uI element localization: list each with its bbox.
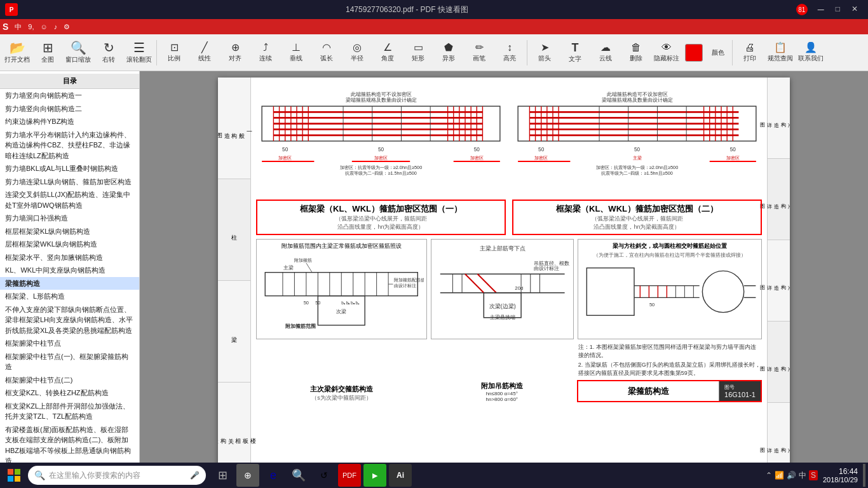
pinned-app-5[interactable]: ▶ xyxy=(363,464,386,487)
radius-button[interactable]: ◎ 半径 xyxy=(342,36,372,69)
arrow-button[interactable]: ➤ 箭头 xyxy=(530,36,559,69)
tray-icon-network[interactable]: 📶 xyxy=(775,471,784,480)
show-desktop-button[interactable] xyxy=(863,464,865,487)
svg-text:50: 50 xyxy=(378,147,384,152)
highlight-icon: ↕ xyxy=(507,43,512,53)
diagram-subtitle2: （弧形梁沿梁中心线展开，箍筋间距 沿凸面线量度，hn为梁截面高度） xyxy=(520,215,754,231)
print-button[interactable]: 🖨 打印 xyxy=(735,36,764,69)
taskbar-search-box[interactable]: 🔍 在这里输入你要搜索的内容 🎤 xyxy=(28,466,206,485)
toc-item[interactable]: 约束边缘构件YBZ构造 xyxy=(0,115,139,128)
toc-item[interactable]: 剪力墙水平分布钢筋计入约束边缘构件、构造边缘构件CBZ、扶壁柱FBZ、非边缘暗柱… xyxy=(0,128,139,163)
pinned-app-4[interactable]: PDF xyxy=(338,464,361,487)
shape-button[interactable]: ⬟ 异形 xyxy=(434,36,463,69)
open-doc-button[interactable]: 📂 打开文档 xyxy=(3,36,32,69)
svg-text:20d: 20d xyxy=(515,285,523,291)
taskview-button[interactable]: ⊞ xyxy=(211,464,234,487)
winzoom-button[interactable]: 🔍 窗口缩放 xyxy=(64,36,93,69)
toc-item[interactable]: 框架梁水平、竖向加腋钢筋构造 xyxy=(0,251,139,264)
color-label-btn[interactable]: 颜色 xyxy=(707,36,729,69)
sougou-btn-9[interactable]: 9, xyxy=(25,22,36,31)
svg-text:b₁ b₂ b₃ b₄: b₁ b₂ b₃ b₄ xyxy=(341,301,360,305)
sougou-btn-mic[interactable]: ♪ xyxy=(51,22,60,31)
open-icon: 📂 xyxy=(10,41,25,54)
toc-item[interactable]: 框支梁KZL上部部件开洞部位加强做法、托并支梁TZL、TZL配筋构造 xyxy=(0,400,139,423)
close-button[interactable]: ✕ xyxy=(846,3,863,16)
toc-item[interactable]: 剪力墙连梁LL纵向钢筋、箍筋加密区构造 xyxy=(0,175,139,189)
pinned-app-ie[interactable]: e xyxy=(262,464,285,487)
align-button[interactable]: ⊕ 对齐 xyxy=(220,36,250,69)
svg-text:此端箍筋构造可不设加密区: 此端箍筋构造可不设加密区 xyxy=(607,92,668,97)
start-button[interactable] xyxy=(3,464,25,487)
toc-item[interactable]: 框架腑梁中柱节点 xyxy=(0,337,139,350)
svg-text:加密区: 加密区 xyxy=(470,155,484,161)
right-label-4: 标准构造详图 xyxy=(768,322,790,403)
rect-icon: ▭ xyxy=(414,43,423,53)
pinned-search[interactable]: 🔍 xyxy=(287,464,310,487)
contact-button[interactable]: 👤 联系我们 xyxy=(796,36,825,69)
toc-item[interactable]: 框架腑梁中柱节点(一)、框架腑梁箍筋构造 xyxy=(0,350,139,374)
svg-text:加密区: 加密区 xyxy=(278,155,292,161)
toc-sidebar[interactable]: 目录 剪力墙竖向向钢筋构造一 剪力墙竖向向钢筋构造二 约束边缘构件YBZ构造 剪… xyxy=(0,71,140,478)
maximize-button[interactable]: □ xyxy=(831,3,845,16)
toc-item[interactable]: 层框框架梁WKL纵向钢筋构造 xyxy=(0,238,139,251)
toc-item[interactable]: KL、WKL中间支座纵向钢筋构造 xyxy=(0,264,139,277)
toc-title: 目录 xyxy=(0,74,139,89)
sougou-btn-zhong[interactable]: 中 xyxy=(12,22,24,32)
toc-item[interactable]: 剪力墙洞口补强构造 xyxy=(0,212,139,225)
toc-item[interactable]: 剪力墙BKL或AL与LL重叠时钢筋构造 xyxy=(0,162,139,175)
svg-text:吊筋直径、根数: 吊筋直径、根数 xyxy=(533,261,569,266)
ratio-button[interactable]: ⊡ 比例 xyxy=(159,36,189,69)
sougou-btn-tools[interactable]: ⚙ xyxy=(61,22,72,32)
svg-text:此端箍筋构造可不设加密区: 此端箍筋构造可不设加密区 xyxy=(351,92,412,97)
pinned-app-1[interactable]: ⊕ xyxy=(236,464,259,487)
tray-ime[interactable]: S xyxy=(809,470,818,480)
pinned-app-ai[interactable]: Ai xyxy=(389,464,412,487)
delete-button[interactable]: 🗑 删除 xyxy=(621,36,651,69)
sougou-btn-smile[interactable]: ☺ xyxy=(38,22,50,31)
toc-item[interactable]: 框架梁、L形筋构造 xyxy=(0,290,139,303)
highlight-button[interactable]: ↕ 高亮 xyxy=(495,36,524,69)
fullscreen-button[interactable]: ⊞ 全图 xyxy=(33,36,62,69)
toc-item[interactable]: 连梁交叉斜筋LL(JX)配筋构造、连梁集中处T室外墙DWQ钢筋构造 xyxy=(0,188,139,212)
plumb-button[interactable]: ⊥ 垂线 xyxy=(281,36,311,69)
angle-button[interactable]: ∠ 角度 xyxy=(373,36,402,69)
toc-item[interactable]: 剪力墙竖向向钢筋构造一 xyxy=(0,89,139,102)
pinned-app-3[interactable]: ↺ xyxy=(313,464,336,487)
arrow-icon: ➤ xyxy=(541,43,549,53)
beam-col-note: （为便于施工，宜在柱内向箍筋在柱边可用两个半套箍搭接或焊接） xyxy=(581,252,759,259)
toc-item[interactable]: 梁箍筋构造 xyxy=(0,277,139,290)
minimize-button[interactable]: ─ xyxy=(813,3,829,16)
tray-icon-volume[interactable]: 🔊 xyxy=(787,471,796,480)
arc-button[interactable]: ◠ 弧长 xyxy=(312,36,341,69)
svg-text:加密区: 加密区 xyxy=(534,155,548,161)
toc-item[interactable]: 框支梁KZL、转换柱ZHZ配筋构造 xyxy=(0,386,139,400)
connect-button[interactable]: ⤴ 连续 xyxy=(251,36,280,69)
toc-item[interactable]: 不伸入支座的梁下部纵向钢筋断点位置、梁非框架梁LH向支座纵向钢筋构造、水平折线筋… xyxy=(0,303,139,337)
draw-button[interactable]: ✏ 画笔 xyxy=(465,36,494,69)
toc-item[interactable]: 框架腑梁中柱节点(二) xyxy=(0,374,139,387)
scroll-button[interactable]: ☰ 滚轮翻页 xyxy=(125,36,154,69)
color-swatch[interactable] xyxy=(685,44,703,62)
toc-item[interactable]: 剪力墙竖向向钢筋构造二 xyxy=(0,102,139,116)
cloud-button[interactable]: ☁ 云线 xyxy=(591,36,620,69)
hide-button[interactable]: 👁 隐藏标注 xyxy=(652,36,681,69)
toc-item[interactable]: 有梁楼盖板(屋)面板配筋构造、板在湿部支板在端部支座的钢筋构造(二)、板附加HB… xyxy=(0,423,139,468)
tray-icon-1[interactable]: ⌃ xyxy=(766,471,772,480)
text-button[interactable]: T 文字 xyxy=(560,36,590,69)
rect-button[interactable]: ▭ 矩形 xyxy=(403,36,433,69)
taskbar-right: ⌃ 📶 🔊 中 S 16:44 2018/10/29 xyxy=(766,464,865,487)
svg-text:附加箍筋配筋值: 附加箍筋配筋值 xyxy=(394,277,423,283)
rotate-button[interactable]: ↻ 右转 xyxy=(94,36,123,69)
toc-item[interactable]: 框层框架梁KL纵向钢筋构造 xyxy=(0,225,139,238)
system-clock[interactable]: 16:44 2018/10/29 xyxy=(823,467,858,484)
line-button[interactable]: ╱ 线性 xyxy=(190,36,219,69)
tray-lang[interactable]: 中 xyxy=(799,470,806,481)
sep3 xyxy=(732,40,733,65)
check-button[interactable]: 📋 规范查阅 xyxy=(766,36,795,69)
hide-icon: 👁 xyxy=(661,43,672,53)
label-general: 一般构造图 xyxy=(218,78,250,179)
diagram-subtitle1: （弧形梁沿梁中心线展开，箍筋间距 沿凸面线量度，hn为梁截面高度） xyxy=(264,215,498,231)
page-area[interactable]: 一般构造图 柱 梁 楼板相关构造 此端箍筋构造可不设加密区 梁端箍筋规格及数量由… xyxy=(140,71,868,478)
label-liang: 梁 xyxy=(218,281,250,383)
svg-text:由设计标注: 由设计标注 xyxy=(533,266,559,271)
